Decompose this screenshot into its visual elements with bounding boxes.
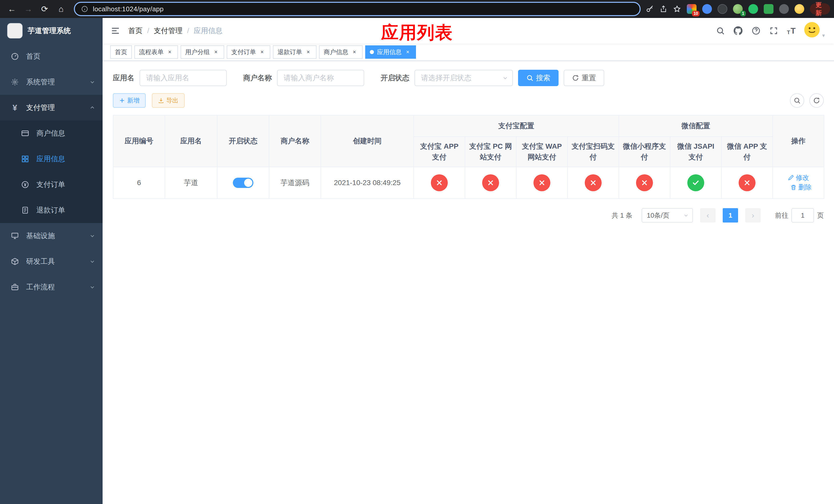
page-1-button[interactable]: 1 xyxy=(723,208,738,223)
extension-icon[interactable] xyxy=(702,4,712,14)
extension-icon[interactable] xyxy=(764,4,773,14)
tab-home[interactable]: 首页 xyxy=(110,45,132,59)
close-icon[interactable]: × xyxy=(404,48,411,55)
hamburger-icon[interactable] xyxy=(111,26,120,36)
page-size-select[interactable]: 10条/页 xyxy=(642,208,693,223)
status-toggle[interactable] xyxy=(233,178,254,188)
search-button[interactable]: 搜索 xyxy=(518,70,558,86)
sidebar-item-home[interactable]: 首页 xyxy=(0,44,103,69)
sidebar-item-app-info[interactable]: 应用信息 xyxy=(0,146,103,172)
cell-app-id: 6 xyxy=(113,167,165,199)
share-icon[interactable] xyxy=(660,5,667,13)
app-name-input[interactable] xyxy=(139,70,227,86)
pay-order-icon xyxy=(21,180,30,189)
extension-icon[interactable]: 10 xyxy=(687,4,697,14)
merchant-name-input[interactable] xyxy=(277,70,364,86)
breadcrumb-payment[interactable]: 支付管理 xyxy=(154,26,182,36)
breadcrumb-home[interactable]: 首页 xyxy=(128,26,142,36)
github-icon[interactable] xyxy=(733,26,743,36)
close-icon[interactable]: × xyxy=(166,48,173,55)
toggle-search-icon[interactable] xyxy=(790,93,804,108)
sidebar-item-payment[interactable]: ¥ 支付管理 xyxy=(0,95,103,120)
cell-status xyxy=(217,167,269,199)
card-icon xyxy=(21,129,30,138)
search-button-label: 搜索 xyxy=(536,73,550,83)
col-header-merchant: 商户名称 xyxy=(269,115,321,167)
close-icon[interactable]: × xyxy=(305,48,312,55)
breadcrumb: 首页 / 支付管理 / 应用信息 xyxy=(128,26,223,36)
extension-icon[interactable] xyxy=(779,4,789,14)
extension-icon[interactable] xyxy=(794,4,804,14)
help-icon[interactable] xyxy=(751,26,761,36)
search-icon xyxy=(526,74,533,82)
sidebar-item-label: 支付订单 xyxy=(37,180,65,189)
font-size-icon[interactable]: TT xyxy=(787,27,795,35)
screen: ← → ⟳ ⌂ localhost:1024/pay/app 10 xyxy=(0,0,834,504)
tab-refund-orders[interactable]: 退款订单 × xyxy=(273,45,316,59)
sidebar-item-dev-tools[interactable]: 研发工具 xyxy=(0,249,103,274)
sidebar-item-pay-orders[interactable]: 支付订单 xyxy=(0,172,103,198)
trash-icon xyxy=(790,184,797,191)
content: 应用名 商户名称 开启状态 请选择开启状态 搜索 xyxy=(103,61,834,504)
breadcrumb-separator: / xyxy=(187,27,189,35)
briefcase-icon xyxy=(10,282,20,292)
prev-page-button[interactable]: ‹ xyxy=(700,208,716,223)
sidebar: 芋道管理系统 首页 系统管理 xyxy=(0,18,103,504)
cell-wx-mini xyxy=(619,167,670,199)
export-button[interactable]: 导出 xyxy=(152,93,185,108)
sidebar-item-label: 研发工具 xyxy=(26,257,55,266)
cell-actions: 修改 删除 xyxy=(773,167,824,199)
sidebar-item-refund-orders[interactable]: 退款订单 xyxy=(0,198,103,223)
fullscreen-icon[interactable] xyxy=(769,26,778,35)
goto-page-input[interactable] xyxy=(791,208,814,223)
sidebar-item-workflow[interactable]: 工作流程 xyxy=(0,274,103,300)
forward-button[interactable]: → xyxy=(21,1,36,17)
sidebar-item-label: 退款订单 xyxy=(37,205,65,215)
add-button[interactable]: 新增 xyxy=(113,93,146,108)
tab-merchant-info[interactable]: 商户信息 × xyxy=(319,45,363,59)
close-icon[interactable]: × xyxy=(259,48,266,55)
alipay-pc-status-icon xyxy=(482,174,499,191)
tab-app-info[interactable]: 应用信息 × xyxy=(365,45,416,59)
refresh-icon[interactable] xyxy=(809,93,824,108)
edit-button[interactable]: 修改 xyxy=(788,173,809,182)
key-icon[interactable] xyxy=(646,5,654,13)
next-page-button[interactable]: › xyxy=(745,208,761,223)
group-header-alipay: 支付宝配置 xyxy=(414,115,619,137)
close-icon[interactable]: × xyxy=(212,48,220,55)
tab-label: 退款订单 xyxy=(278,48,302,56)
cell-app-name: 芋道 xyxy=(165,167,217,199)
reset-button[interactable]: 重置 xyxy=(564,70,604,86)
sidebar-item-infra[interactable]: 基础设施 xyxy=(0,223,103,249)
user-menu[interactable]: ▼ xyxy=(804,22,826,40)
delete-button[interactable]: 删除 xyxy=(790,183,812,192)
sidebar-item-system[interactable]: 系统管理 xyxy=(0,69,103,95)
tab-pay-orders[interactable]: 支付订单 × xyxy=(227,45,270,59)
app-logo[interactable]: 芋道管理系统 xyxy=(0,18,103,44)
tab-label: 用户分组 xyxy=(185,48,210,56)
back-button[interactable]: ← xyxy=(4,1,20,17)
tab-user-group[interactable]: 用户分组 × xyxy=(180,45,224,59)
page-info-icon[interactable] xyxy=(81,5,88,13)
table-row: 6 芋道 芋道源码 2021-10-23 08:49:25 xyxy=(113,167,824,199)
update-button[interactable]: 更新 xyxy=(810,3,830,15)
extension-icon[interactable] xyxy=(748,4,758,14)
bookmark-star-icon[interactable] xyxy=(673,5,681,13)
status-select[interactable]: 请选择开启状态 xyxy=(414,70,513,86)
reset-button-label: 重置 xyxy=(581,73,596,83)
extension-icon[interactable] xyxy=(718,4,727,14)
close-icon[interactable]: × xyxy=(351,48,358,55)
home-button[interactable]: ⌂ xyxy=(53,1,69,17)
search-icon[interactable] xyxy=(716,26,725,35)
sidebar-item-merchant-info[interactable]: 商户信息 xyxy=(0,120,103,146)
tab-process-form[interactable]: 流程表单 × xyxy=(134,45,178,59)
delete-label: 删除 xyxy=(798,183,812,192)
extension-icon[interactable]: 1 xyxy=(733,4,743,14)
url-bar[interactable]: localhost:1024/pay/app xyxy=(74,2,641,16)
reload-button[interactable]: ⟳ xyxy=(37,1,52,17)
app-title: 芋道管理系统 xyxy=(28,26,71,36)
wx-mini-status-icon xyxy=(636,174,653,191)
main-panel: 首页 / 支付管理 / 应用信息 xyxy=(103,18,834,504)
breadcrumb-separator: / xyxy=(147,27,149,35)
chevron-up-icon xyxy=(89,105,95,111)
